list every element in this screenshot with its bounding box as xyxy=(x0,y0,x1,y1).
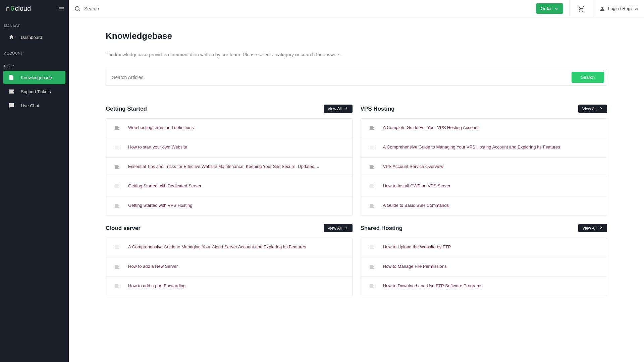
article-item[interactable]: A Comprehensive Guide to Managing Your C… xyxy=(106,238,352,257)
article-item[interactable]: How to add a New Server xyxy=(106,257,352,277)
sidebar-item-support-tickets[interactable]: Support Tickets xyxy=(3,85,65,98)
sidebar-item-dashboard[interactable]: Dashboard xyxy=(3,31,65,44)
article-icon xyxy=(369,144,375,152)
category-title: Shared Hosting xyxy=(361,225,403,232)
view-all-button[interactable]: View All xyxy=(578,224,607,232)
article-title: A Comprehensive Guide to Managing Your C… xyxy=(128,244,306,250)
article-icon xyxy=(114,283,120,290)
article-icon xyxy=(369,183,375,190)
ticket-icon xyxy=(8,88,15,95)
page-title: Knowledgebase xyxy=(106,31,607,41)
article-list: Web hosting terms and definitionsHow to … xyxy=(106,118,353,216)
view-all-button[interactable]: View All xyxy=(578,105,607,113)
article-icon xyxy=(369,283,375,290)
sidebar-item-live-chat[interactable]: Live Chat xyxy=(3,99,65,112)
order-button[interactable]: Order xyxy=(536,3,563,14)
article-list: How to Upload the Website by FTPHow to M… xyxy=(361,238,607,296)
article-title: A Complete Guide For Your VPS Hosting Ac… xyxy=(383,124,479,131)
article-icon xyxy=(114,203,120,210)
article-icon xyxy=(369,164,375,171)
sidebar-section-label: MANAGE xyxy=(0,17,69,30)
sidebar-section-label: ACCOUNT xyxy=(0,45,69,57)
article-title: How to start your own Website xyxy=(128,144,187,150)
divider xyxy=(569,0,570,17)
category-title: Getting Started xyxy=(106,106,147,112)
article-search-input[interactable] xyxy=(112,72,572,83)
sidebar-item-label: Support Tickets xyxy=(21,89,51,94)
article-title: VPS Account Service Overview xyxy=(383,163,444,170)
sidebar-nav: MANAGEDashboardACCOUNTHELPKnowledgebaseS… xyxy=(0,17,69,113)
category-header: Cloud serverView All xyxy=(106,224,353,232)
article-item[interactable]: VPS Account Service Overview xyxy=(361,158,607,177)
search-icon[interactable] xyxy=(74,5,81,12)
user-icon xyxy=(599,6,605,12)
article-item[interactable]: How to add a port Forwarding xyxy=(106,277,352,296)
article-icon xyxy=(369,244,375,251)
categories-grid: Getting StartedView AllWeb hosting terms… xyxy=(106,105,607,296)
sidebar-item-label: Live Chat xyxy=(21,103,39,108)
article-item[interactable]: A Complete Guide For Your VPS Hosting Ac… xyxy=(361,119,607,138)
chevron-right-icon xyxy=(599,106,603,111)
article-icon xyxy=(114,164,120,171)
category: Shared HostingView AllHow to Upload the … xyxy=(361,224,607,296)
article-title: A Comprehensive Guide to Managing Your V… xyxy=(383,144,560,150)
menu-toggle-icon[interactable] xyxy=(58,5,65,12)
svg-point-0 xyxy=(75,6,79,10)
logo[interactable]: n6cloud xyxy=(6,5,31,12)
article-item[interactable]: Essential Tips and Tricks for Effective … xyxy=(106,158,352,177)
sidebar: n6cloud MANAGEDashboardACCOUNTHELPKnowle… xyxy=(0,0,69,362)
view-all-button[interactable]: View All xyxy=(324,105,353,113)
logo-post: cloud xyxy=(15,5,31,12)
article-item[interactable]: Getting Started with Dedicated Server xyxy=(106,177,352,196)
cart-icon[interactable] xyxy=(576,5,587,12)
article-item[interactable]: Getting Started with VPS Hosting xyxy=(106,196,352,216)
article-item[interactable]: Web hosting terms and definitions xyxy=(106,119,352,138)
article-title: Getting Started with VPS Hosting xyxy=(128,202,192,209)
article-item[interactable]: How to Install CWP on VPS Server xyxy=(361,177,607,196)
article-title: Essential Tips and Tricks for Effective … xyxy=(128,163,319,170)
sidebar-header: n6cloud xyxy=(0,0,69,17)
topbar-search xyxy=(74,5,536,12)
article-title: A Guide to Basic SSH Commands xyxy=(383,202,449,209)
article-item[interactable]: How to Download and Use FTP Software Pro… xyxy=(361,277,607,296)
view-all-label: View All xyxy=(582,107,596,111)
sidebar-item-knowledgebase[interactable]: Knowledgebase xyxy=(3,71,65,84)
article-item[interactable]: How to Upload the Website by FTP xyxy=(361,238,607,257)
view-all-label: View All xyxy=(582,226,596,231)
login-button[interactable]: Login / Register xyxy=(599,6,639,12)
article-item[interactable]: How to Manage File Permissions xyxy=(361,257,607,277)
topbar-search-input[interactable] xyxy=(84,6,185,11)
article-icon xyxy=(369,203,375,210)
article-icon xyxy=(369,264,375,271)
home-icon xyxy=(8,34,15,41)
article-title: How to add a port Forwarding xyxy=(128,283,185,289)
topbar: Order Login / Register xyxy=(69,0,644,17)
category: VPS HostingView AllA Complete Guide For … xyxy=(361,105,607,216)
article-title: Web hosting terms and definitions xyxy=(128,124,194,131)
page-description: The knowledgebase provides documentation… xyxy=(106,52,607,57)
article-item[interactable]: How to start your own Website xyxy=(106,138,352,158)
article-icon xyxy=(114,183,120,190)
article-title: Getting Started with Dedicated Server xyxy=(128,183,201,189)
article-icon xyxy=(114,244,120,251)
category: Getting StartedView AllWeb hosting terms… xyxy=(106,105,353,216)
doc-icon xyxy=(8,74,15,81)
view-all-label: View All xyxy=(328,107,342,111)
article-item[interactable]: A Guide to Basic SSH Commands xyxy=(361,196,607,216)
category-header: Shared HostingView All xyxy=(361,224,607,232)
article-icon xyxy=(114,125,120,132)
topbar-right: Order Login / Register xyxy=(536,0,639,17)
article-title: How to Install CWP on VPS Server xyxy=(383,183,450,189)
view-all-button[interactable]: View All xyxy=(324,224,353,232)
category-header: Getting StartedView All xyxy=(106,105,353,113)
chevron-down-icon xyxy=(554,7,558,11)
category: Cloud serverView AllA Comprehensive Guid… xyxy=(106,224,353,296)
article-title: How to Download and Use FTP Software Pro… xyxy=(383,283,483,289)
article-search-button[interactable]: Search xyxy=(572,72,604,83)
logo-pre: n xyxy=(6,5,10,12)
category-title: VPS Hosting xyxy=(361,106,395,112)
article-title: How to Upload the Website by FTP xyxy=(383,244,451,250)
article-item[interactable]: A Comprehensive Guide to Managing Your V… xyxy=(361,138,607,158)
order-label: Order xyxy=(541,6,552,11)
chevron-right-icon xyxy=(344,106,348,111)
